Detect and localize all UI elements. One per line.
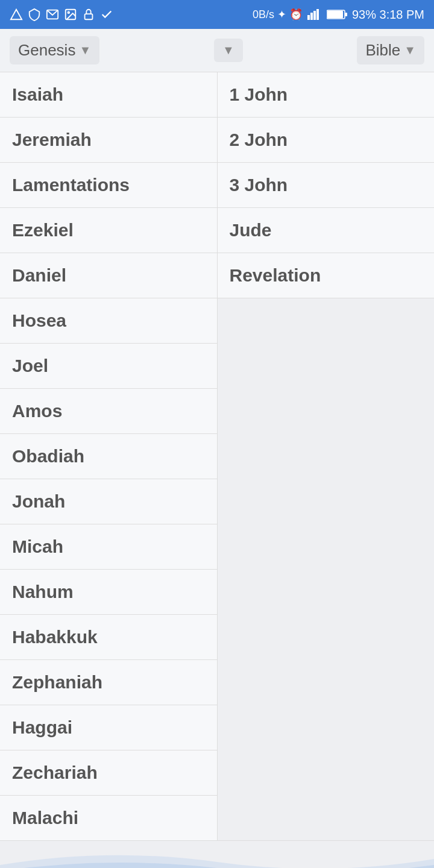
left-book-item[interactable]: Joel: [0, 344, 217, 389]
right-book-column: 1 John2 John3 JohnJudeRevelation: [218, 72, 435, 841]
svg-rect-10: [327, 11, 343, 18]
left-book-item[interactable]: Hosea: [0, 298, 217, 344]
right-book-item[interactable]: 1 John: [218, 72, 435, 118]
battery-percent: 93% 3:18 PM: [352, 8, 424, 22]
svg-rect-4: [85, 14, 93, 19]
right-book-item[interactable]: Revelation: [218, 253, 435, 298]
left-book-item[interactable]: Lamentations: [0, 163, 217, 208]
left-book-column: IsaiahJeremiahLamentationsEzekielDanielH…: [0, 72, 218, 841]
book-dropdown-label: Genesis: [18, 41, 75, 60]
right-column-filler: [218, 298, 435, 841]
left-book-item[interactable]: Nahum: [0, 570, 217, 615]
left-book-item[interactable]: Zephaniah: [0, 660, 217, 705]
svg-rect-11: [345, 13, 347, 16]
left-book-item[interactable]: Zechariah: [0, 750, 217, 796]
status-right: 0B/s ✦ ⏰ 93% 3:18 PM: [253, 8, 424, 22]
svg-rect-7: [313, 11, 316, 20]
right-book-item[interactable]: 3 John: [218, 163, 435, 208]
left-book-item[interactable]: Daniel: [0, 253, 217, 298]
left-book-item[interactable]: Ezekiel: [0, 208, 217, 253]
wave-decoration: [0, 841, 434, 868]
left-book-item[interactable]: Haggai: [0, 705, 217, 750]
left-book-item[interactable]: Malachi: [0, 796, 217, 841]
status-left-icons: [10, 8, 113, 21]
left-book-item[interactable]: Habakkuk: [0, 615, 217, 660]
left-book-item[interactable]: Obadiah: [0, 434, 217, 479]
book-list-container: IsaiahJeremiahLamentationsEzekielDanielH…: [0, 72, 434, 841]
left-book-item[interactable]: Jeremiah: [0, 118, 217, 163]
status-bar: 0B/s ✦ ⏰ 93% 3:18 PM: [0, 0, 434, 29]
chapter-dropdown-chevron: ▼: [222, 43, 234, 57]
left-book-item[interactable]: Isaiah: [0, 72, 217, 118]
version-dropdown[interactable]: Bible ▼: [357, 36, 424, 64]
version-dropdown-chevron: ▼: [404, 43, 416, 57]
book-dropdown[interactable]: Genesis ▼: [10, 36, 99, 64]
left-book-item[interactable]: Micah: [0, 524, 217, 570]
svg-rect-8: [316, 9, 319, 20]
data-speed: 0B/s ✦ ⏰: [253, 8, 303, 21]
svg-rect-6: [310, 13, 313, 20]
left-book-item[interactable]: Jonah: [0, 479, 217, 524]
header-bar: Genesis ▼ ▼ Bible ▼: [0, 29, 434, 72]
svg-rect-5: [307, 15, 310, 20]
chapter-dropdown[interactable]: ▼: [214, 39, 243, 62]
right-book-item[interactable]: Jude: [218, 208, 435, 253]
svg-point-3: [68, 11, 69, 13]
right-book-item[interactable]: 2 John: [218, 118, 435, 163]
svg-marker-0: [11, 10, 22, 20]
book-dropdown-chevron: ▼: [79, 43, 91, 57]
version-dropdown-label: Bible: [365, 41, 400, 60]
left-book-item[interactable]: Amos: [0, 389, 217, 434]
